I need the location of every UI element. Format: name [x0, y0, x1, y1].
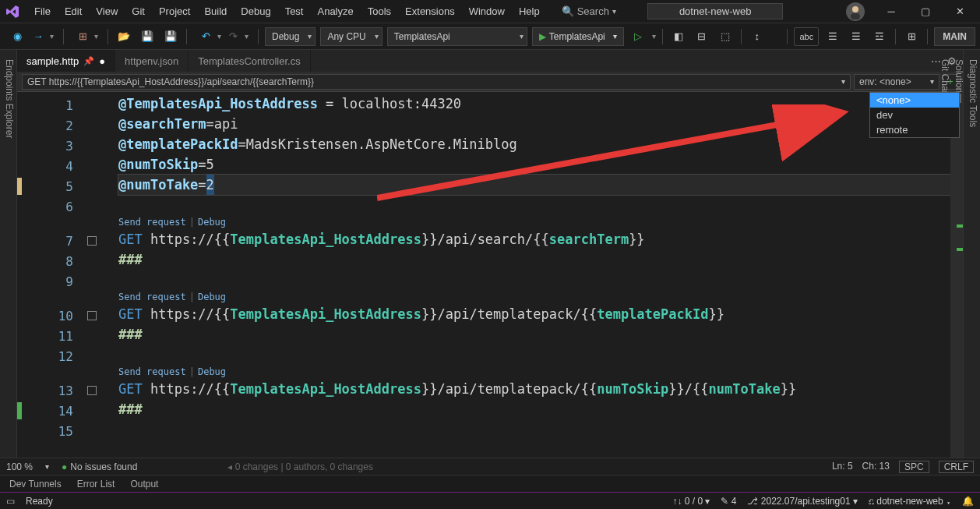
dev-tunnels-tab[interactable]: Dev Tunnels	[3, 477, 68, 491]
menu-project[interactable]: Project	[153, 2, 196, 20]
menu-window[interactable]: Window	[463, 2, 511, 20]
toolbar-icon-3[interactable]: ⬚	[716, 27, 735, 46]
toolbar-right-2[interactable]: ☰	[847, 27, 865, 46]
codelens-1[interactable]: Send request|Debug	[118, 215, 950, 229]
redo-button[interactable]: ↷	[224, 27, 242, 46]
search-box[interactable]: 🔍 Search ▾	[555, 4, 622, 19]
tab-label: httpenv.json	[125, 55, 178, 67]
maximize-button[interactable]: ▢	[908, 1, 943, 23]
nav-back-button[interactable]: ◉	[8, 27, 26, 46]
modified-icon: ●	[99, 55, 105, 67]
toolbar-right-1[interactable]: ☰	[823, 27, 842, 46]
tab-label: sample.http	[26, 55, 79, 67]
line-ending[interactable]: CRLF	[939, 461, 974, 473]
document-tabs: sample.http 📌 ● httpenv.json TemplatesCo…	[17, 50, 963, 72]
branch-main-button[interactable]: MAIN	[934, 27, 975, 46]
startup-dropdown[interactable]: TemplatesApi	[387, 27, 527, 46]
abc-button[interactable]: abc	[794, 27, 819, 46]
menu-file[interactable]: File	[28, 2, 57, 20]
toolbar-icon-1[interactable]: ◧	[669, 27, 688, 46]
open-file-button[interactable]: 📂	[115, 27, 133, 46]
pin-icon[interactable]: 📌	[83, 56, 94, 66]
env-option-dev[interactable]: dev	[870, 108, 959, 122]
menu-git[interactable]: Git	[125, 2, 151, 20]
vs-logo-icon[interactable]	[3, 2, 22, 21]
scrollbar[interactable]	[950, 92, 963, 458]
git-branch[interactable]: ⎌ dotnet-new-web ▾	[869, 496, 951, 507]
search-label: Search	[577, 5, 609, 17]
whitespace-mode[interactable]: SPC	[899, 461, 929, 473]
nav-forward-button[interactable]: →	[29, 27, 48, 46]
fold-icon[interactable]	[87, 311, 97, 320]
main-toolbar: ◉ → ▾ ⊞ ▾ 📂 💾 💾 ↶ ▾ ↷ ▾ Debug Any CPU Te…	[0, 23, 980, 50]
menu-analyze[interactable]: Analyze	[311, 2, 359, 20]
config-dropdown[interactable]: Debug	[265, 27, 316, 46]
fold-icon[interactable]	[87, 236, 97, 246]
editor-status-bar: 100 % ▾ No issues found ◂ 0 changes | 0 …	[0, 458, 980, 475]
status-icon: ▭	[6, 496, 15, 507]
search-icon: 🔍	[562, 5, 574, 17]
menu-debug[interactable]: Debug	[234, 2, 277, 20]
git-repo[interactable]: ⎇ 2022.07/api.testing01 ▾	[747, 496, 857, 507]
minimize-button[interactable]: ─	[874, 1, 908, 23]
code-text-area[interactable]: @TemplatesApi_HostAddress = localhost:44…	[118, 92, 950, 458]
diagnostic-tools-tab[interactable]: Diagnostic Tools	[966, 55, 980, 458]
menu-test[interactable]: Test	[279, 2, 310, 20]
changes-info[interactable]: ◂ 0 changes | 0 authors, 0 changes	[227, 461, 373, 472]
nav-infobar: GET https://{{TemplatesApi_HostAddress}}…	[17, 72, 963, 92]
env-dropdown-list[interactable]: <none> dev remote	[869, 92, 960, 138]
svg-point-0	[852, 6, 858, 12]
save-all-button[interactable]: 💾	[161, 27, 180, 46]
notifications-icon[interactable]: 🔔	[962, 496, 974, 507]
env-option-none[interactable]: <none>	[870, 93, 959, 108]
ready-text: Ready	[26, 496, 53, 507]
vs-status-bar: ▭ Ready ↑↓ 0 / 0 ▾ ✎ 4 ⎇ 2022.07/api.tes…	[0, 492, 980, 509]
run-no-debug-button[interactable]: ▷	[629, 27, 647, 46]
platform-dropdown[interactable]: Any CPU	[320, 27, 382, 46]
run-button[interactable]: ▶TemplatesApi▾	[532, 27, 624, 46]
menu-edit[interactable]: Edit	[58, 2, 88, 20]
menu-view[interactable]: View	[90, 2, 124, 20]
save-button[interactable]: 💾	[138, 27, 157, 46]
menu-help[interactable]: Help	[513, 2, 546, 20]
menu-build[interactable]: Build	[198, 2, 233, 20]
tab-templates-controller[interactable]: TemplatesController.cs	[189, 50, 311, 72]
zoom-level[interactable]: 100 %	[6, 461, 33, 472]
git-sync[interactable]: ↑↓ 0 / 0 ▾	[672, 496, 710, 507]
toolbar-icon-2[interactable]: ⊟	[693, 27, 711, 46]
solution-name[interactable]: dotnet-new-web	[647, 3, 784, 19]
codelens-3[interactable]: Send request|Debug	[118, 365, 950, 379]
fold-icon[interactable]	[87, 386, 97, 395]
tab-sample-http[interactable]: sample.http 📌 ●	[17, 50, 115, 72]
run-label: TemplatesApi	[549, 31, 605, 42]
title-bar: File Edit View Git Project Build Debug T…	[0, 0, 980, 23]
bottom-tool-tabs: Dev Tunnels Error List Output	[0, 475, 980, 492]
user-avatar[interactable]	[846, 2, 865, 21]
env-option-remote[interactable]: remote	[870, 122, 959, 137]
line-number-gutter: 1 2 3 4 5 6 7 8 9 10 11 12 13 14 15	[17, 92, 118, 458]
right-sidebar: Diagnostic Tools Solution Explorer Git C…	[963, 50, 980, 458]
menu-extensions[interactable]: Extensions	[399, 2, 461, 20]
endpoints-explorer-tab[interactable]: Endpoints Explorer	[0, 55, 16, 143]
toolbar-right-4[interactable]: ⊞	[902, 27, 921, 46]
new-item-button[interactable]: ⊞	[73, 27, 92, 46]
git-pending[interactable]: ✎ 4	[721, 496, 736, 507]
cursor-line: Ln: 5	[832, 461, 853, 473]
code-editor[interactable]: 1 2 3 4 5 6 7 8 9 10 11 12 13 14 15 @T	[17, 92, 963, 458]
undo-button[interactable]: ↶	[196, 27, 215, 46]
codelens-2[interactable]: Send request|Debug	[118, 290, 950, 304]
output-tab[interactable]: Output	[124, 477, 164, 491]
tab-label: TemplatesController.cs	[198, 55, 301, 67]
tab-httpenv-json[interactable]: httpenv.json	[115, 50, 189, 72]
env-dropdown[interactable]: env: <none>	[854, 74, 939, 90]
toolbar-icon-4[interactable]: ↕	[748, 27, 767, 46]
toolbar-right-3[interactable]: ☲	[870, 27, 889, 46]
left-sidebar[interactable]: Endpoints Explorer	[0, 50, 17, 458]
error-list-tab[interactable]: Error List	[71, 477, 122, 491]
svg-rect-1	[851, 13, 860, 19]
issues-indicator[interactable]: No issues found	[62, 461, 137, 472]
cursor-col: Ch: 13	[862, 461, 890, 473]
menu-tools[interactable]: Tools	[361, 2, 397, 20]
member-dropdown[interactable]: GET https://{{TemplatesApi_HostAddress}}…	[22, 74, 851, 90]
close-button[interactable]: ✕	[943, 1, 977, 23]
